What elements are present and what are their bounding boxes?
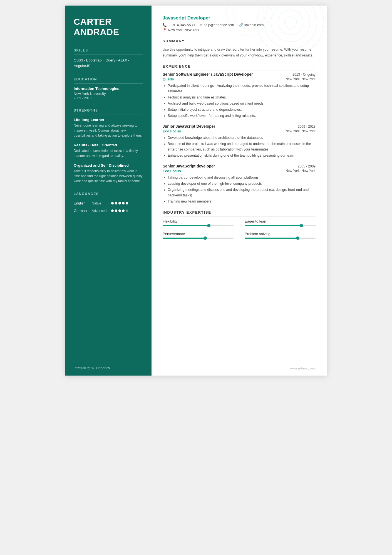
exp-location-2: New York, New York: [286, 129, 316, 133]
progress-bar-bg-3: [245, 238, 316, 239]
phone-contact: 📞 +1-914-345-5530: [163, 23, 195, 27]
location-icon: 📍: [163, 28, 167, 32]
bullet-item: Developed knowledge about the architectu…: [168, 135, 316, 140]
exp-bullets-1: Participated in client meetings - Analyz…: [163, 83, 316, 119]
skills-section: SKILLS CSS3 · Bootstrap · jQuery · AJAX …: [74, 48, 143, 69]
strength-title-3: Organized and Self Disciplined: [74, 163, 143, 167]
expertise-label-1: Eager to learn: [245, 219, 316, 223]
bullet-item: Organizing meetings and discussions and …: [168, 187, 316, 198]
exp-header-2: Junior JavaScript Developer 2009 - 2013: [163, 124, 316, 129]
email-text: help@enhancv.com: [204, 23, 234, 27]
exp-location-1: New York, New York: [286, 77, 316, 81]
edu-years: 2009 - 2013: [74, 96, 143, 100]
lang-dots-english: [111, 202, 128, 204]
strength-title-1: Life-long Learner: [74, 118, 143, 122]
candidate-name: CARTER ANDRADE: [74, 17, 143, 37]
education-section: EDUCATION Information Technologies New Y…: [74, 77, 143, 100]
progress-dot-3: [296, 236, 299, 240]
phone-text: +1-914-345-5530: [168, 23, 195, 27]
dot: [126, 209, 128, 212]
contact-row: 📞 +1-914-345-5530 ✉ help@enhancv.com 🔗 l…: [163, 23, 316, 27]
linkedin-contact: 🔗 linkedin.com: [239, 23, 264, 27]
expertise-section: INDUSTRY EXPERTISE Flexibility Eager to …: [163, 210, 316, 239]
strength-item-3: Organized and Self Disciplined Take full…: [74, 163, 143, 184]
exp-dates-1: 2013 - Ongoing: [292, 73, 316, 77]
progress-bar-fill-1: [245, 225, 301, 226]
exp-dates-2: 2009 - 2013: [298, 125, 316, 129]
location-row: 📍 New York, New York: [163, 28, 316, 32]
bullet-item: Setup specific workflows - formatting an…: [168, 113, 316, 119]
exp-location-3: New York, New York: [286, 169, 316, 173]
exp-company-3: Eco Focus: [163, 169, 181, 173]
email-contact: ✉ help@enhancv.com: [200, 23, 234, 27]
dot: [111, 202, 114, 204]
exp-company-row-1: Quads New York, New York: [163, 77, 316, 81]
dot: [118, 202, 121, 204]
main-content: Javascript Developer 📞 +1-914-345-5530 ✉…: [152, 6, 327, 376]
bullet-item: Leading developer of one of the high-lev…: [168, 181, 316, 186]
exp-title-2: Junior JavaScript Developer: [163, 124, 215, 129]
lang-dots-german: [111, 209, 128, 212]
footer-left: Powered by ∞ Enhancv: [74, 366, 110, 370]
progress-dot-0: [207, 224, 210, 227]
lang-level-german: Advanced: [92, 209, 111, 213]
expertise-label-0: Flexibility: [163, 219, 234, 223]
footer-powered-text: Powered by: [74, 366, 90, 369]
language-german: German Advanced: [74, 209, 143, 213]
exp-company-row-2: Eco Focus New York, New York: [163, 129, 316, 133]
bullet-item: Participated in client meetings - Analyz…: [168, 83, 316, 94]
progress-bar-bg-1: [245, 225, 316, 226]
dot: [126, 202, 128, 204]
language-english: English Native: [74, 201, 143, 205]
footer-right: www.enhancv.com: [290, 367, 316, 370]
exp-header-3: Senior JavaScript developer 2005 - 2009: [163, 164, 316, 168]
linkedin-text: linkedin.com: [244, 23, 264, 27]
lang-name-english: English: [74, 201, 92, 205]
progress-dot-1: [300, 224, 303, 227]
progress-bar-fill-3: [245, 238, 298, 239]
skills-label: SKILLS: [74, 48, 143, 55]
email-icon: ✉: [200, 23, 202, 27]
experience-section: EXPERIENCE Senior Software Engineer / Ja…: [163, 64, 316, 204]
exp-bullets-2: Developed knowledge about the architectu…: [163, 135, 316, 158]
strength-item-1: Life-long Learner Never done learning an…: [74, 118, 143, 138]
bullet-item: Because of the projects I was working on…: [168, 141, 316, 152]
dot: [118, 209, 121, 212]
education-label: EDUCATION: [74, 77, 143, 84]
exp-bullets-3: Taking part of developing and discussing…: [163, 175, 316, 204]
strengths-section: STRENGTHS Life-long Learner Never done l…: [74, 108, 143, 184]
expertise-label-3: Problem solving: [245, 232, 316, 236]
strength-title-2: Results / Detail Oriented: [74, 143, 143, 147]
expertise-item-problem-solving: Problem solving: [245, 232, 316, 239]
strength-desc-3: Take full responsibility to deliver my w…: [74, 169, 143, 184]
exp-title-1: Senior Software Engineer / JavaScript De…: [163, 72, 253, 77]
languages-label: LANGUAGES: [74, 192, 143, 198]
skills-text: CSS3 · Bootstrap · jQuery · AJAX · Angul…: [74, 58, 143, 69]
expertise-item-flexibility: Flexibility: [163, 219, 234, 226]
strength-desc-2: Dedicated to completion of tasks in a ti…: [74, 148, 143, 158]
expertise-grid: Flexibility Eager to learn Perseverance: [163, 219, 316, 239]
bullet-item: Taking part of developing and discussing…: [168, 175, 316, 180]
exp-title-3: Senior JavaScript developer: [163, 164, 215, 168]
lang-name-german: German: [74, 209, 92, 213]
dot: [115, 209, 117, 212]
experience-item-3: Senior JavaScript developer 2005 - 2009 …: [163, 164, 316, 204]
progress-bar-bg-2: [163, 238, 234, 239]
exp-header-1: Senior Software Engineer / JavaScript De…: [163, 72, 316, 77]
progress-bar-fill-0: [163, 225, 209, 226]
experience-item-2: Junior JavaScript Developer 2009 - 2013 …: [163, 124, 316, 158]
exp-company-1: Quads: [163, 77, 174, 81]
job-title: Javascript Developer: [163, 15, 316, 21]
expertise-label-2: Perseverance: [163, 232, 234, 236]
footer-brand-name: Enhancv: [96, 366, 110, 370]
progress-dot-2: [204, 236, 207, 240]
strengths-label: STRENGTHS: [74, 108, 143, 115]
dot: [111, 209, 114, 212]
expertise-heading: INDUSTRY EXPERTISE: [163, 210, 316, 216]
dot: [115, 202, 117, 204]
bullet-item: Enhanced presentation skills during one …: [168, 153, 316, 158]
exp-company-2: Eco Focus: [163, 129, 181, 133]
main-header: Javascript Developer 📞 +1-914-345-5530 ✉…: [163, 15, 316, 32]
strength-item-2: Results / Detail Oriented Dedicated to c…: [74, 143, 143, 158]
sidebar: CARTER ANDRADE SKILLS CSS3 · Bootstrap ·…: [65, 6, 152, 376]
